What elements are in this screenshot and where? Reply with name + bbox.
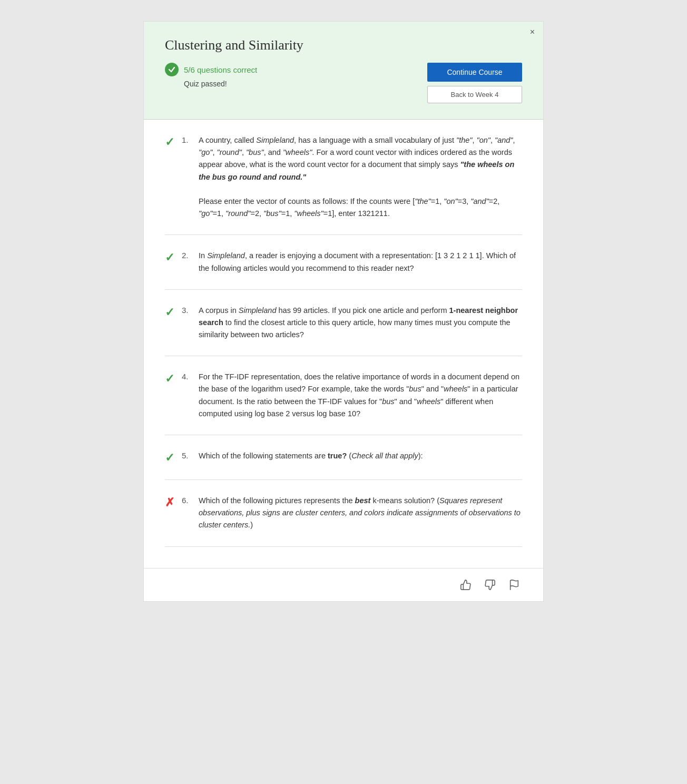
correct-checkmark-icon: ✓ (165, 251, 174, 264)
question-item: ✓ 5. Which of the following statements a… (165, 435, 522, 480)
score-text: 5/6 questions correct (184, 65, 257, 74)
flag-icon (508, 579, 520, 591)
question-item: ✓ 4. For the TF-IDF representation, does… (165, 356, 522, 435)
score-row: 5/6 questions correct (165, 63, 257, 76)
q1-result-icon: ✓ (165, 135, 182, 149)
questions-section: ✓ 1. A country, called Simpleland, has a… (144, 120, 543, 547)
correct-checkmark-icon: ✓ (165, 135, 174, 149)
q3-number: 3. (182, 306, 199, 315)
correct-checkmark-icon: ✓ (165, 306, 174, 319)
thumbs-down-button[interactable] (482, 577, 498, 593)
q1-number: 1. (182, 135, 199, 144)
main-container: × Clustering and Similarity 5/6 question… (143, 21, 544, 602)
q2-text: In Simpleland, a reader is enjoying a do… (199, 250, 522, 274)
question-item: ✓ 3. A corpus in Simpleland has 99 artic… (165, 290, 522, 357)
correct-checkmark-icon: ✓ (165, 372, 174, 385)
header-body: 5/6 questions correct Quiz passed! Conti… (165, 63, 522, 103)
score-section: 5/6 questions correct Quiz passed! (165, 63, 257, 88)
quiz-passed-text: Quiz passed! (184, 80, 257, 88)
question-item: ✗ 6. Which of the following pictures rep… (165, 480, 522, 547)
q6-result-icon: ✗ (165, 496, 182, 509)
q4-result-icon: ✓ (165, 372, 182, 386)
back-to-week-button[interactable]: Back to Week 4 (427, 86, 522, 103)
correct-checkmark-icon: ✓ (165, 451, 174, 464)
q6-number: 6. (182, 496, 199, 505)
q4-number: 4. (182, 372, 199, 381)
footer-bar (144, 568, 543, 601)
q2-result-icon: ✓ (165, 251, 182, 264)
q3-text: A corpus in Simpleland has 99 articles. … (199, 305, 522, 341)
q2-number: 2. (182, 251, 199, 260)
checkmark-icon (168, 66, 175, 73)
thumbs-up-button[interactable] (458, 577, 474, 593)
close-button[interactable]: × (530, 28, 535, 36)
q6-text: Which of the following pictures represen… (199, 495, 522, 532)
q1-text: A country, called Simpleland, has a lang… (199, 134, 522, 220)
thumbs-up-icon (460, 579, 472, 591)
spacer (144, 547, 543, 568)
flag-button[interactable] (506, 577, 522, 593)
score-check-circle (165, 63, 179, 76)
continue-course-button[interactable]: Continue Course (427, 63, 522, 82)
action-buttons: Continue Course Back to Week 4 (427, 63, 522, 103)
q5-result-icon: ✓ (165, 451, 182, 465)
q5-text: Which of the following statements are tr… (199, 450, 522, 462)
q5-number: 5. (182, 451, 199, 460)
incorrect-x-icon: ✗ (165, 496, 174, 509)
q4-text: For the TF-IDF representation, does the … (199, 371, 522, 420)
question-item: ✓ 2. In Simpleland, a reader is enjoying… (165, 235, 522, 289)
header-section: × Clustering and Similarity 5/6 question… (144, 22, 543, 120)
question-item: ✓ 1. A country, called Simpleland, has a… (165, 120, 522, 235)
page-title: Clustering and Similarity (165, 37, 522, 53)
thumbs-down-icon (484, 579, 496, 591)
q3-result-icon: ✓ (165, 306, 182, 319)
